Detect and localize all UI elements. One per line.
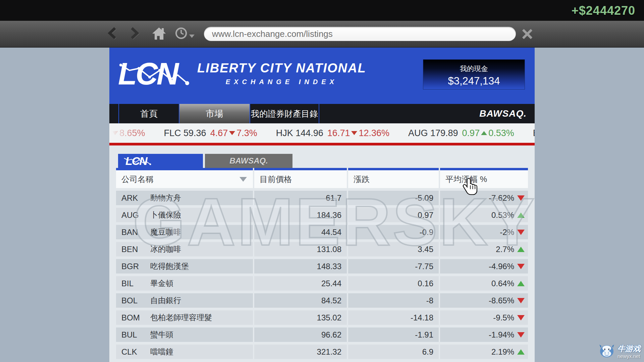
avg-change-value: 0.64% — [491, 279, 514, 288]
table-row[interactable]: CLK 噹噹鐘 321.32 6.9 2.19% — [116, 345, 528, 359]
avg-change-value: -7.62% — [489, 193, 514, 203]
trend-arrow-icon — [517, 264, 525, 269]
cell-avg-change: 2.19% — [440, 345, 528, 359]
my-cash-box: 我的現金 $3,247,134 — [423, 60, 525, 89]
nav-tab-market[interactable]: 市場 — [179, 104, 250, 123]
back-button[interactable] — [105, 26, 121, 42]
avg-change-value: 2.19% — [491, 347, 514, 357]
cell-avg-change: 2.7% — [440, 242, 528, 256]
column-header-price[interactable]: 目前價格 — [254, 168, 347, 188]
cell-avg-change: 0.64% — [440, 276, 528, 291]
cell-company: BAN 魔豆咖啡 — [116, 225, 253, 239]
exchange-subtabs: LCN BAWSAQ. — [118, 154, 528, 168]
mouse-cursor-hand-icon — [462, 178, 480, 200]
cell-company: BOL 自由銀行 — [116, 293, 253, 308]
cell-change: -7.75 — [348, 259, 439, 274]
ticker-change: 16.7112.36% — [327, 128, 389, 138]
subtab-bawsaq[interactable]: BAWSAQ. — [205, 154, 292, 168]
brand-title: LIBERTY CITY NATIONAL — [197, 61, 366, 75]
avg-change-value: -1.94% — [489, 330, 514, 340]
lcn-masthead: LCN LIBERTY CITY NATIONAL EXCHANGE INDEX… — [109, 48, 535, 103]
ticker-item: FLC 59.364.677.3% — [164, 128, 257, 138]
ticker-item: BUL 96.231.911.9 — [533, 128, 535, 138]
cell-change: -0.9 — [348, 225, 439, 239]
bawsaq-logo: BAWSAQ. — [479, 104, 527, 123]
browser-viewport: LCN LIBERTY CITY NATIONAL EXCHANGE INDEX… — [0, 48, 644, 362]
subtab-lcn[interactable]: LCN — [118, 154, 203, 168]
newyx-text: 牛游戏 newyx.net — [618, 344, 641, 359]
cell-change: 0.97 — [348, 208, 439, 222]
table-row[interactable]: BAN 魔豆咖啡 44.54 -0.9 -2% — [116, 225, 528, 239]
cell-company: AUG 卜儀保險 — [116, 208, 253, 222]
cell-avg-change: -9.5% — [440, 310, 528, 325]
home-button[interactable] — [151, 26, 167, 42]
trend-arrow-icon — [517, 230, 525, 235]
stock-symbol: ARK — [121, 193, 150, 203]
forward-button[interactable] — [126, 26, 142, 42]
ticker-symbol-price: AUG 179.89 — [408, 128, 458, 138]
stock-name: 噹噹鐘 — [150, 347, 173, 357]
ticker-symbol-price: BUL 96.23 — [533, 128, 535, 138]
cell-change: -8 — [348, 293, 439, 308]
my-cash-label: 我的現金 — [423, 64, 525, 73]
stock-symbol: BAN — [121, 228, 150, 237]
nav-tab-portfolio[interactable]: 我的證券財產目錄 — [250, 104, 319, 123]
close-browser-button[interactable] — [520, 26, 535, 41]
cell-change: -5.09 — [348, 191, 439, 205]
money-notification: +$2444270 — [572, 4, 635, 18]
cell-avg-change: -4.96% — [440, 259, 528, 274]
table-row[interactable]: BUL 蠻牛頭 96.62 -1.91 -1.94% — [116, 327, 528, 342]
cell-change: 0.16 — [348, 276, 439, 291]
stock-name: 魔豆咖啡 — [150, 227, 181, 237]
cell-avg-change: -2% — [440, 225, 528, 239]
avg-change-value: -9.5% — [493, 313, 514, 322]
cell-company: BUL 蠻牛頭 — [116, 327, 253, 342]
cell-price: 96.62 — [254, 327, 347, 342]
sort-desc-icon — [239, 177, 247, 182]
table-row[interactable]: BOM 包柏老師理容理髮 135.02 -14.18 -9.5% — [116, 310, 528, 325]
cell-price: 184.36 — [254, 208, 347, 222]
listings-content: LCN BAWSAQ. 公司名稱 目前價格 漲跌 平均 — [109, 145, 535, 359]
browser-toolbar: www.lcn-exchange.com/listings — [0, 21, 644, 48]
clock-icon — [174, 26, 188, 41]
ticker-symbol-price: HJK 144.96 — [276, 128, 323, 138]
ticker-symbol-price: FLC 59.36 — [164, 128, 206, 138]
ticker-item: 8.65% — [112, 128, 145, 138]
cell-price: 84.52 — [254, 293, 347, 308]
column-header-company[interactable]: 公司名稱 — [116, 168, 253, 188]
newyx-name: 牛游戏 — [618, 344, 641, 354]
newyx-watermark-badge: 牛游戏 newyx.net — [599, 343, 641, 360]
subtab-lcn-graph-line — [123, 155, 154, 167]
url-text: www.lcn-exchange.com/listings — [212, 29, 333, 39]
ticker-item: AUG 179.890.970.53% — [408, 128, 514, 138]
avg-change-value: 0.53% — [491, 210, 514, 220]
table-row[interactable]: BIL 畢金頓 25.44 0.16 0.64% — [116, 276, 528, 291]
trend-arrow-icon — [517, 298, 525, 303]
brand-subtitle: EXCHANGE INDEX — [197, 78, 366, 86]
home-icon — [152, 26, 166, 42]
cell-avg-change: -8.65% — [440, 293, 528, 308]
url-bar[interactable]: www.lcn-exchange.com/listings — [204, 27, 516, 41]
stock-name: 畢金頓 — [150, 278, 173, 289]
column-header-change[interactable]: 漲跌 — [348, 168, 439, 188]
stock-symbol: BOM — [121, 313, 150, 322]
table-row[interactable]: BOL 自由銀行 84.52 -8 -8.65% — [116, 293, 528, 308]
stock-name: 動物方舟 — [150, 193, 181, 203]
table-row[interactable]: AUG 卜儀保險 184.36 0.97 0.53% — [116, 208, 528, 222]
trend-arrow-icon — [517, 247, 525, 252]
table-row[interactable]: BEN 冰的咖啡 131.08 3.45 2.7% — [116, 242, 528, 256]
cell-change: -1.91 — [348, 327, 439, 342]
stock-name: 自由銀行 — [150, 295, 181, 306]
my-cash-value: $3,247,134 — [423, 75, 525, 87]
nav-tab-home[interactable]: 首頁 — [118, 104, 179, 123]
ticker-change: 8.65% — [112, 128, 145, 138]
history-dropdown-icon — [189, 35, 195, 38]
cell-price: 131.08 — [254, 242, 347, 256]
cell-change: -14.18 — [348, 310, 439, 325]
table-row[interactable]: BGR 吃得飽漢堡 148.33 -7.75 -4.96% — [116, 259, 528, 274]
history-button[interactable] — [174, 26, 195, 42]
cell-company: CLK 噹噹鐘 — [116, 345, 253, 359]
cell-price: 135.02 — [254, 310, 347, 325]
column-header-avg-change[interactable]: 平均漲幅 % — [440, 168, 528, 188]
stock-name: 卜儀保險 — [150, 210, 181, 220]
